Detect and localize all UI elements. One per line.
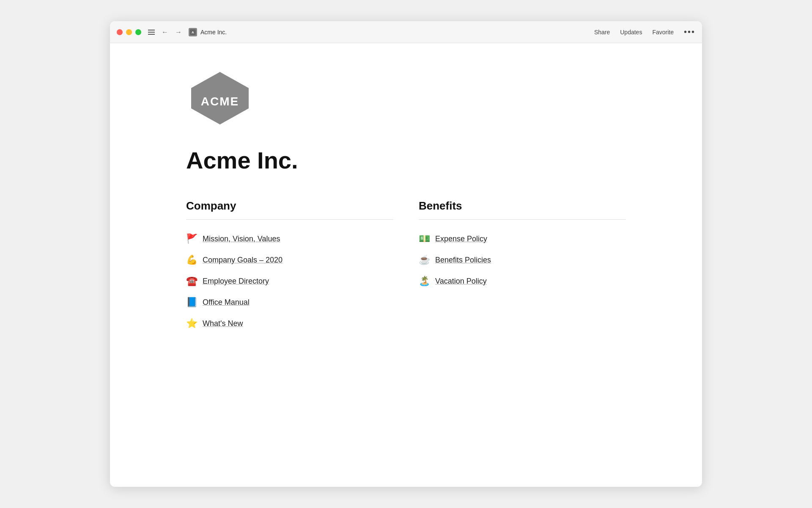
- share-button[interactable]: Share: [594, 29, 610, 36]
- list-item[interactable]: ⭐ What's New: [186, 313, 393, 334]
- fullscreen-button[interactable]: [135, 29, 141, 35]
- company-list: 🚩 Mission, Vision, Values 💪 Company Goal…: [186, 228, 393, 334]
- list-item[interactable]: 🚩 Mission, Vision, Values: [186, 228, 393, 249]
- page-title: Acme Inc.: [186, 146, 626, 174]
- page-content: ACME Acme Inc. Company 🚩 Mission, Vision…: [110, 43, 702, 487]
- directory-label: Employee Directory: [203, 277, 269, 286]
- list-item[interactable]: 💵 Expense Policy: [419, 228, 626, 249]
- goals-label: Company Goals – 2020: [203, 256, 283, 265]
- company-section: Company 🚩 Mission, Vision, Values 💪 Comp…: [186, 199, 393, 334]
- updates-button[interactable]: Updates: [620, 29, 642, 36]
- acme-logo: ACME: [186, 69, 254, 128]
- mission-icon: 🚩: [186, 233, 198, 244]
- vacation-icon: 🏝️: [419, 276, 430, 287]
- benefits-section: Benefits 💵 Expense Policy ☕ Benefits Pol…: [419, 199, 626, 334]
- company-divider: [186, 219, 393, 220]
- company-section-title: Company: [186, 199, 393, 213]
- svg-text:A: A: [192, 30, 194, 34]
- traffic-lights: [117, 29, 141, 35]
- directory-icon: ☎️: [186, 276, 198, 287]
- app-window: ← → A Acme Inc. Share Updates Favorite •…: [110, 21, 702, 487]
- close-button[interactable]: [117, 29, 123, 35]
- minimize-button[interactable]: [126, 29, 132, 35]
- nav-buttons: ← →: [160, 28, 184, 37]
- sections-grid: Company 🚩 Mission, Vision, Values 💪 Comp…: [186, 199, 626, 334]
- expense-icon: 💵: [419, 233, 430, 244]
- benefits-icon: ☕: [419, 254, 430, 265]
- forward-button[interactable]: →: [173, 28, 184, 37]
- mission-label: Mission, Vision, Values: [203, 235, 280, 243]
- logo-container: ACME: [186, 69, 626, 130]
- title-bar-actions: Share Updates Favorite •••: [594, 27, 695, 37]
- goals-icon: 💪: [186, 254, 198, 265]
- benefits-label: Benefits Policies: [435, 256, 491, 265]
- back-button[interactable]: ←: [160, 28, 170, 37]
- benefits-section-title: Benefits: [419, 199, 626, 213]
- list-item[interactable]: 🏝️ Vacation Policy: [419, 271, 626, 292]
- title-bar: ← → A Acme Inc. Share Updates Favorite •…: [110, 21, 702, 43]
- list-item[interactable]: 📘 Office Manual: [186, 292, 393, 313]
- manual-label: Office Manual: [203, 298, 250, 307]
- benefits-divider: [419, 219, 626, 220]
- breadcrumb: A Acme Inc.: [189, 28, 227, 36]
- svg-text:ACME: ACME: [201, 95, 239, 108]
- list-item[interactable]: ☕ Benefits Policies: [419, 249, 626, 271]
- benefits-list: 💵 Expense Policy ☕ Benefits Policies 🏝️ …: [419, 228, 626, 292]
- vacation-label: Vacation Policy: [435, 277, 487, 286]
- manual-icon: 📘: [186, 297, 198, 308]
- page-icon: A: [189, 28, 197, 36]
- menu-icon[interactable]: [148, 30, 155, 35]
- whats-new-icon: ⭐: [186, 318, 198, 329]
- list-item[interactable]: 💪 Company Goals – 2020: [186, 249, 393, 271]
- expense-label: Expense Policy: [435, 235, 487, 243]
- whats-new-label: What's New: [203, 319, 243, 328]
- breadcrumb-title: Acme Inc.: [200, 29, 227, 36]
- more-options-button[interactable]: •••: [684, 27, 695, 37]
- favorite-button[interactable]: Favorite: [652, 29, 674, 36]
- list-item[interactable]: ☎️ Employee Directory: [186, 271, 393, 292]
